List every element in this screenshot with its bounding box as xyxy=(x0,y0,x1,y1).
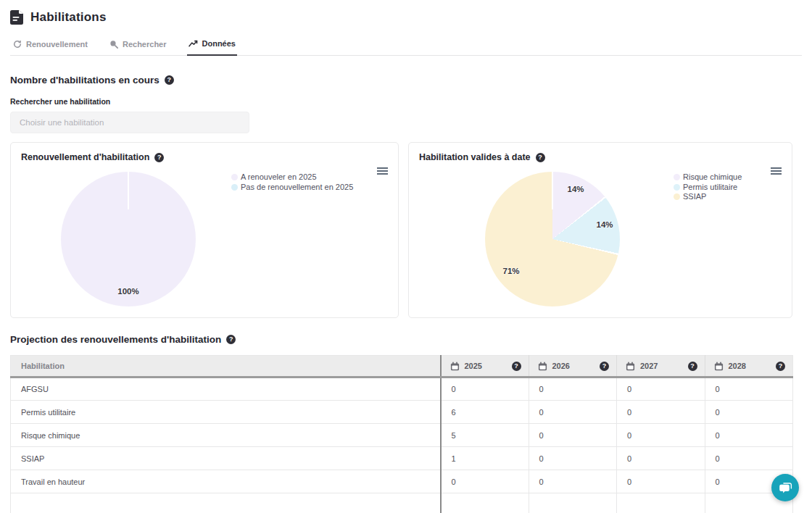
tab-label: Renouvellement xyxy=(26,40,88,49)
legend-dot xyxy=(674,184,680,191)
calendar-icon xyxy=(538,362,547,371)
cell-value: 0 xyxy=(705,424,793,447)
chart-title-row: Habilitation valides à date ? xyxy=(409,143,792,162)
legend-item[interactable]: Pas de renouvellement en 2025 xyxy=(231,183,353,193)
chart-legend: A renouveler en 2025 Pas de renouvelleme… xyxy=(231,172,353,192)
projection-table: Habilitation 2025 ? xyxy=(10,355,793,513)
section-title: Projection des renouvellements d'habilit… xyxy=(10,334,221,345)
column-header-2026: 2026 ? xyxy=(529,356,617,378)
column-header-2027: 2027 ? xyxy=(617,356,705,378)
legend-item[interactable]: SSIAP xyxy=(674,192,742,202)
calendar-icon xyxy=(626,362,635,371)
year-label: 2026 xyxy=(552,362,570,370)
row-label: Risque chimique xyxy=(11,424,441,447)
legend-label: Pas de renouvellement en 2025 xyxy=(241,183,353,193)
calendar-icon xyxy=(714,362,724,371)
help-icon[interactable]: ? xyxy=(226,335,236,344)
chat-widget-button[interactable] xyxy=(771,474,799,501)
cell-value: 0 xyxy=(705,401,793,424)
chat-bubble-icon xyxy=(778,480,793,496)
search-label: Rechercher une habilitation xyxy=(10,97,802,106)
section-title-row: Projection des renouvellements d'habilit… xyxy=(10,334,802,345)
renewal-chart-card: Renouvellement d'habilitation ? 100% A r… xyxy=(10,142,399,318)
charts-row: Renouvellement d'habilitation ? 100% A r… xyxy=(10,142,802,318)
legend-dot xyxy=(674,193,680,200)
section-title: Nombre d'habilitations en cours xyxy=(10,75,160,86)
legend-label: Risque chimique xyxy=(683,172,742,183)
pie-slice-label: 71% xyxy=(502,267,519,275)
year-label: 2028 xyxy=(729,362,746,370)
renewal-pie-chart[interactable]: 100% xyxy=(61,172,196,306)
cell-value: 0 xyxy=(617,470,705,493)
tab-bar: Renouvellement Rechercher Données xyxy=(10,36,802,56)
chart-menu-icon[interactable] xyxy=(377,166,388,176)
table-row[interactable]: Risque chimique 5 0 0 0 xyxy=(11,424,793,447)
tab-label: Données xyxy=(202,39,236,48)
page-title: Habilitations xyxy=(30,10,107,25)
cell-value: 0 xyxy=(441,470,529,493)
cell-value: 0 xyxy=(617,378,705,401)
habilitations-page: Habilitations Renouvellement Rechercher … xyxy=(0,0,812,513)
tab-donnees[interactable]: Données xyxy=(187,36,237,56)
legend-dot xyxy=(231,174,238,180)
cell-value: 0 xyxy=(441,378,529,401)
cell-value: 0 xyxy=(529,470,617,493)
row-label: Permis utilitaire xyxy=(11,401,441,424)
legend-dot xyxy=(674,174,680,180)
section-title-row: Nombre d'habilitations en cours ? xyxy=(10,75,802,86)
table-row[interactable]: AFGSU 0 0 0 0 xyxy=(11,378,793,401)
cell-value: 0 xyxy=(529,378,617,401)
cell-value: 1 xyxy=(441,447,529,470)
chart-title: Renouvellement d'habilitation xyxy=(21,152,149,162)
document-icon xyxy=(10,10,23,25)
cell-value: 0 xyxy=(529,424,617,447)
cell-value: 0 xyxy=(705,447,793,470)
help-icon[interactable]: ? xyxy=(688,362,697,371)
trend-icon xyxy=(188,40,198,48)
valid-pie-chart[interactable]: 14% 14% 71% xyxy=(485,172,620,306)
tab-rechercher[interactable]: Rechercher xyxy=(108,36,168,56)
cell-value: 0 xyxy=(617,401,705,424)
chart-legend: Risque chimique Permis utilitaire SSIAP xyxy=(674,172,742,202)
table-row[interactable]: Permis utilitaire 6 0 0 0 xyxy=(11,401,793,424)
help-icon[interactable]: ? xyxy=(600,362,609,371)
column-header-2025: 2025 ? xyxy=(441,356,529,378)
table-row-empty xyxy=(11,493,793,513)
page-header: Habilitations xyxy=(10,10,802,25)
valid-chart-card: Habilitation valides à date ? 14% 14% 71… xyxy=(408,142,792,318)
help-icon[interactable]: ? xyxy=(536,153,545,162)
cell-value: 0 xyxy=(617,424,705,447)
refresh-icon xyxy=(13,40,22,49)
habilitation-search-input[interactable] xyxy=(10,112,249,133)
pie-slice-label: 100% xyxy=(117,287,138,296)
chart-title: Habilitation valides à date xyxy=(419,152,531,162)
row-label: AFGSU xyxy=(11,378,441,401)
search-icon xyxy=(109,40,118,49)
help-icon[interactable]: ? xyxy=(512,362,521,371)
chart-title-row: Renouvellement d'habilitation ? xyxy=(11,143,398,162)
row-label: Travail en hauteur xyxy=(11,470,441,493)
column-header-habilitation: Habilitation xyxy=(11,356,441,378)
cell-value: 0 xyxy=(617,447,705,470)
cell-value: 5 xyxy=(441,424,529,447)
tab-renouvellement[interactable]: Renouvellement xyxy=(12,36,89,56)
cell-value: 0 xyxy=(529,447,617,470)
help-icon[interactable]: ? xyxy=(165,75,174,85)
help-icon[interactable]: ? xyxy=(154,153,164,162)
calendar-icon xyxy=(450,362,460,371)
row-label: SSIAP xyxy=(11,447,441,470)
legend-item[interactable]: Permis utilitaire xyxy=(674,183,742,193)
column-header-2028: 2028 ? xyxy=(705,356,793,378)
table-header-row: Habilitation 2025 ? xyxy=(11,356,793,378)
cell-value: 6 xyxy=(441,401,529,424)
cell-value: 0 xyxy=(529,401,617,424)
table-row[interactable]: SSIAP 1 0 0 0 xyxy=(11,447,793,470)
year-label: 2027 xyxy=(640,362,658,370)
legend-item[interactable]: Risque chimique xyxy=(674,172,742,183)
legend-item[interactable]: A renouveler en 2025 xyxy=(231,172,353,183)
pie-slice-label: 14% xyxy=(567,185,584,193)
help-icon[interactable]: ? xyxy=(776,362,785,371)
chart-menu-icon[interactable] xyxy=(771,166,782,176)
table-row[interactable]: Travail en hauteur 0 0 0 0 xyxy=(11,470,793,493)
projection-section: Projection des renouvellements d'habilit… xyxy=(10,334,802,513)
